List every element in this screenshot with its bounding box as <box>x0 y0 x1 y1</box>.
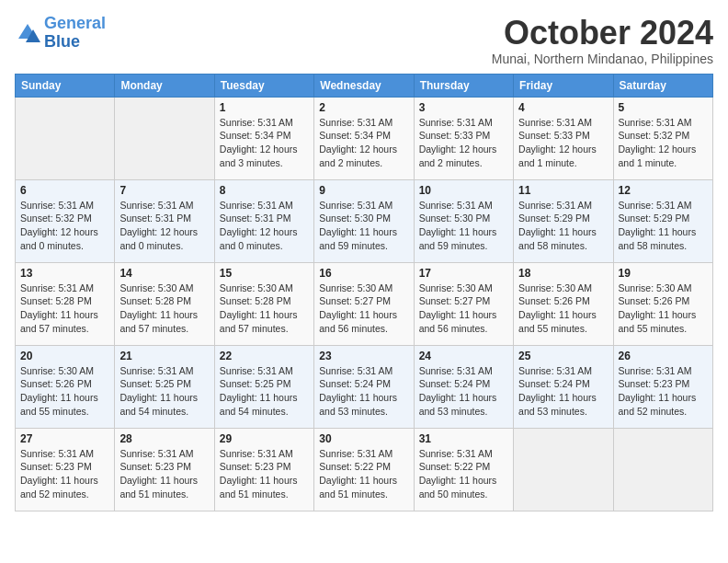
day-number: 23 <box>319 350 408 362</box>
day-number: 19 <box>619 267 708 280</box>
day-number: 26 <box>619 350 708 362</box>
day-number: 14 <box>119 267 209 280</box>
calendar-week-row: 13Sunrise: 5:31 AM Sunset: 5:28 PM Dayli… <box>16 262 713 345</box>
logo: General Blue <box>15 15 106 52</box>
calendar-cell: 13Sunrise: 5:31 AM Sunset: 5:28 PM Dayli… <box>16 262 115 345</box>
day-info: Sunrise: 5:31 AM Sunset: 5:22 PM Dayligh… <box>319 447 408 501</box>
day-info: Sunrise: 5:31 AM Sunset: 5:28 PM Dayligh… <box>20 282 109 336</box>
calendar-cell: 10Sunrise: 5:31 AM Sunset: 5:30 PM Dayli… <box>414 179 513 262</box>
calendar-cell: 15Sunrise: 5:30 AM Sunset: 5:28 PM Dayli… <box>214 262 313 345</box>
calendar-cell: 19Sunrise: 5:30 AM Sunset: 5:26 PM Dayli… <box>613 262 712 345</box>
calendar-cell: 27Sunrise: 5:31 AM Sunset: 5:23 PM Dayli… <box>16 428 115 511</box>
day-info: Sunrise: 5:30 AM Sunset: 5:28 PM Dayligh… <box>119 282 209 336</box>
calendar-cell: 18Sunrise: 5:30 AM Sunset: 5:26 PM Dayli… <box>514 262 613 345</box>
day-info: Sunrise: 5:30 AM Sunset: 5:27 PM Dayligh… <box>319 282 408 336</box>
day-info: Sunrise: 5:31 AM Sunset: 5:31 PM Dayligh… <box>119 199 209 253</box>
day-info: Sunrise: 5:31 AM Sunset: 5:24 PM Dayligh… <box>419 364 508 419</box>
day-info: Sunrise: 5:31 AM Sunset: 5:23 PM Dayligh… <box>619 364 708 419</box>
calendar-table: SundayMondayTuesdayWednesdayThursdayFrid… <box>15 74 713 511</box>
day-info: Sunrise: 5:30 AM Sunset: 5:26 PM Dayligh… <box>518 282 608 336</box>
calendar-week-row: 27Sunrise: 5:31 AM Sunset: 5:23 PM Dayli… <box>16 428 713 511</box>
day-number: 31 <box>419 432 508 445</box>
calendar-cell: 3Sunrise: 5:31 AM Sunset: 5:33 PM Daylig… <box>414 97 513 179</box>
day-info: Sunrise: 5:31 AM Sunset: 5:29 PM Dayligh… <box>619 199 708 253</box>
day-info: Sunrise: 5:31 AM Sunset: 5:23 PM Dayligh… <box>220 447 309 501</box>
day-number: 1 <box>220 101 309 114</box>
weekday-header: Friday <box>514 74 613 97</box>
day-number: 30 <box>319 432 408 445</box>
day-number: 21 <box>119 350 209 362</box>
calendar-cell: 14Sunrise: 5:30 AM Sunset: 5:28 PM Dayli… <box>115 262 214 345</box>
day-number: 5 <box>619 101 708 114</box>
weekday-header: Tuesday <box>214 74 313 97</box>
calendar-cell: 21Sunrise: 5:31 AM Sunset: 5:25 PM Dayli… <box>115 345 214 428</box>
calendar-cell: 24Sunrise: 5:31 AM Sunset: 5:24 PM Dayli… <box>414 345 513 428</box>
day-number: 8 <box>220 184 309 197</box>
day-number: 13 <box>20 267 109 280</box>
day-number: 4 <box>518 101 608 114</box>
calendar-week-row: 1Sunrise: 5:31 AM Sunset: 5:34 PM Daylig… <box>16 97 713 179</box>
calendar-cell: 7Sunrise: 5:31 AM Sunset: 5:31 PM Daylig… <box>115 179 214 262</box>
calendar-week-row: 20Sunrise: 5:30 AM Sunset: 5:26 PM Dayli… <box>16 345 713 428</box>
day-number: 29 <box>220 432 309 445</box>
calendar-cell: 26Sunrise: 5:31 AM Sunset: 5:23 PM Dayli… <box>613 345 712 428</box>
calendar-cell: 5Sunrise: 5:31 AM Sunset: 5:32 PM Daylig… <box>613 97 712 179</box>
day-info: Sunrise: 5:31 AM Sunset: 5:32 PM Dayligh… <box>619 116 708 170</box>
calendar-cell <box>115 97 214 179</box>
weekday-header: Saturday <box>613 74 712 97</box>
day-info: Sunrise: 5:30 AM Sunset: 5:26 PM Dayligh… <box>20 364 109 419</box>
weekday-header: Wednesday <box>314 74 414 97</box>
weekday-header: Sunday <box>16 74 115 97</box>
page-header: General Blue October 2024 Munai, Norther… <box>15 15 713 66</box>
calendar-week-row: 6Sunrise: 5:31 AM Sunset: 5:32 PM Daylig… <box>16 179 713 262</box>
day-number: 20 <box>20 350 109 362</box>
day-number: 12 <box>619 184 708 197</box>
title-block: October 2024 Munai, Northern Mindanao, P… <box>492 15 713 66</box>
day-info: Sunrise: 5:31 AM Sunset: 5:33 PM Dayligh… <box>419 116 508 170</box>
day-number: 3 <box>419 101 508 114</box>
day-number: 27 <box>20 432 109 445</box>
calendar-cell: 29Sunrise: 5:31 AM Sunset: 5:23 PM Dayli… <box>214 428 313 511</box>
location-subtitle: Munai, Northern Mindanao, Philippines <box>492 52 713 66</box>
day-info: Sunrise: 5:31 AM Sunset: 5:24 PM Dayligh… <box>319 364 408 419</box>
logo-icon <box>15 20 40 46</box>
calendar-cell: 25Sunrise: 5:31 AM Sunset: 5:24 PM Dayli… <box>514 345 613 428</box>
calendar-cell: 4Sunrise: 5:31 AM Sunset: 5:33 PM Daylig… <box>514 97 613 179</box>
calendar-cell: 23Sunrise: 5:31 AM Sunset: 5:24 PM Dayli… <box>314 345 414 428</box>
calendar-cell: 22Sunrise: 5:31 AM Sunset: 5:25 PM Dayli… <box>214 345 313 428</box>
day-info: Sunrise: 5:31 AM Sunset: 5:33 PM Dayligh… <box>518 116 608 170</box>
day-info: Sunrise: 5:31 AM Sunset: 5:25 PM Dayligh… <box>220 364 309 419</box>
calendar-cell: 6Sunrise: 5:31 AM Sunset: 5:32 PM Daylig… <box>16 179 115 262</box>
calendar-cell: 28Sunrise: 5:31 AM Sunset: 5:23 PM Dayli… <box>115 428 214 511</box>
logo-text: General Blue <box>44 15 106 52</box>
calendar-cell <box>514 428 613 511</box>
calendar-cell: 31Sunrise: 5:31 AM Sunset: 5:22 PM Dayli… <box>414 428 513 511</box>
day-info: Sunrise: 5:31 AM Sunset: 5:32 PM Dayligh… <box>20 199 109 253</box>
day-number: 10 <box>419 184 508 197</box>
calendar-cell: 2Sunrise: 5:31 AM Sunset: 5:34 PM Daylig… <box>314 97 414 179</box>
day-info: Sunrise: 5:31 AM Sunset: 5:29 PM Dayligh… <box>518 199 608 253</box>
day-number: 6 <box>20 184 109 197</box>
day-info: Sunrise: 5:30 AM Sunset: 5:28 PM Dayligh… <box>220 282 309 336</box>
day-number: 17 <box>419 267 508 280</box>
day-info: Sunrise: 5:31 AM Sunset: 5:30 PM Dayligh… <box>319 199 408 253</box>
day-number: 2 <box>319 101 408 114</box>
calendar-cell <box>16 97 115 179</box>
day-number: 22 <box>220 350 309 362</box>
day-info: Sunrise: 5:31 AM Sunset: 5:25 PM Dayligh… <box>119 364 209 419</box>
calendar-cell: 20Sunrise: 5:30 AM Sunset: 5:26 PM Dayli… <box>16 345 115 428</box>
calendar-cell: 9Sunrise: 5:31 AM Sunset: 5:30 PM Daylig… <box>314 179 414 262</box>
calendar-cell: 30Sunrise: 5:31 AM Sunset: 5:22 PM Dayli… <box>314 428 414 511</box>
day-number: 9 <box>319 184 408 197</box>
day-info: Sunrise: 5:31 AM Sunset: 5:34 PM Dayligh… <box>319 116 408 170</box>
day-number: 25 <box>518 350 608 362</box>
calendar-header: SundayMondayTuesdayWednesdayThursdayFrid… <box>16 74 713 97</box>
day-number: 7 <box>119 184 209 197</box>
calendar-cell: 11Sunrise: 5:31 AM Sunset: 5:29 PM Dayli… <box>514 179 613 262</box>
day-info: Sunrise: 5:30 AM Sunset: 5:27 PM Dayligh… <box>419 282 508 336</box>
month-title: October 2024 <box>492 15 713 52</box>
day-number: 28 <box>119 432 209 445</box>
day-info: Sunrise: 5:31 AM Sunset: 5:30 PM Dayligh… <box>419 199 508 253</box>
calendar-cell: 17Sunrise: 5:30 AM Sunset: 5:27 PM Dayli… <box>414 262 513 345</box>
calendar-cell <box>613 428 712 511</box>
